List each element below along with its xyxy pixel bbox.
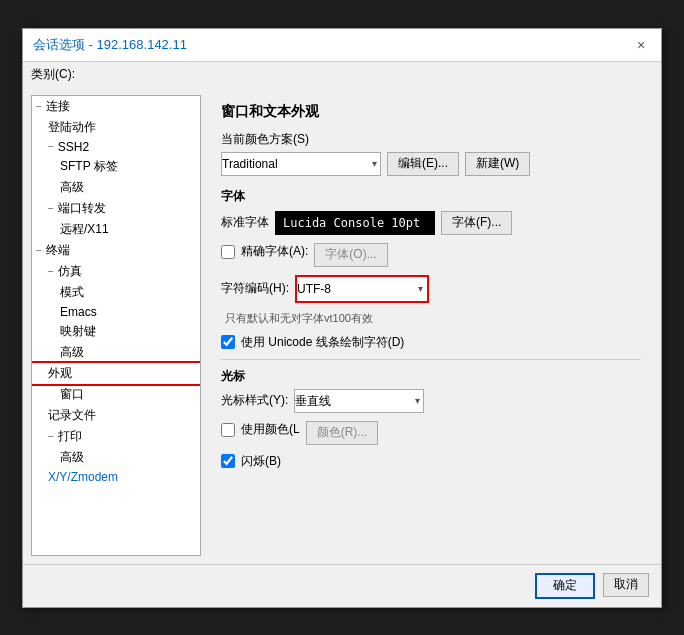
color-scheme-select[interactable]: Traditional Default Solarized Dark [221, 152, 381, 176]
dialog-body: − 连接 登陆动作 − SSH2 SFTP 标签 高级 − 端口转发 远程/X1… [23, 87, 661, 564]
expand-icon: − [48, 141, 54, 152]
tree-item-advanced3[interactable]: 高级 [32, 447, 200, 468]
tree-item-emulation[interactable]: − 仿真 [32, 261, 200, 282]
encoding-row: 字符编码(H): UTF-8 GBK GB2312 Big5 Latin-1 [221, 275, 641, 303]
tree-panel: − 连接 登陆动作 − SSH2 SFTP 标签 高级 − 端口转发 远程/X1… [31, 95, 201, 556]
tree-label: Emacs [60, 305, 97, 319]
content-panel: 窗口和文本外观 当前颜色方案(S) Traditional Default So… [209, 95, 653, 556]
category-label: 类别(C): [23, 62, 661, 83]
tree-item-xyz[interactable]: X/Y/Zmodem [32, 468, 200, 486]
tree-label: 窗口 [60, 386, 84, 403]
tree-item-window[interactable]: 窗口 [32, 384, 200, 405]
cursor-style-select-wrapper: 垂直线 块 下划线 [294, 389, 424, 413]
precise-font-row: 精确字体(A): 字体(O)... [221, 243, 641, 267]
cursor-section-label: 光标 [221, 368, 641, 385]
tree-item-logfile[interactable]: 记录文件 [32, 405, 200, 426]
expand-icon: − [48, 431, 54, 442]
divider [221, 359, 641, 360]
use-color-label: 使用颜色(L [241, 421, 300, 438]
color-scheme-select-wrapper: Traditional Default Solarized Dark [221, 152, 381, 176]
precise-font-button[interactable]: 字体(O)... [314, 243, 387, 267]
tree-label: 映射键 [60, 323, 96, 340]
tree-item-portfwd[interactable]: − 端口转发 [32, 198, 200, 219]
tree-item-sftp[interactable]: SFTP 标签 [32, 156, 200, 177]
font-section-label: 字体 [221, 188, 641, 205]
use-color-row: 使用颜色(L 颜色(R)... [221, 421, 641, 445]
expand-icon: − [36, 245, 42, 256]
cursor-style-row: 光标样式(Y): 垂直线 块 下划线 [221, 389, 641, 413]
tree-label: 外观 [48, 365, 72, 382]
cancel-button[interactable]: 取消 [603, 573, 649, 597]
precise-font-checkbox[interactable] [221, 245, 235, 259]
use-color-checkbox[interactable] [221, 423, 235, 437]
tree-label: SSH2 [58, 140, 89, 154]
precise-font-checkbox-row: 精确字体(A): [221, 243, 308, 260]
font-button[interactable]: 字体(F)... [441, 211, 512, 235]
tree-label: 连接 [46, 98, 70, 115]
tree-item-emacs[interactable]: Emacs [32, 303, 200, 321]
tree-item-print[interactable]: − 打印 [32, 426, 200, 447]
standard-font-row: 标准字体 Lucida Console 10pt 字体(F)... [221, 211, 641, 235]
tree-item-ssh2[interactable]: − SSH2 [32, 138, 200, 156]
expand-icon: − [48, 203, 54, 214]
precise-font-label: 精确字体(A): [241, 243, 308, 260]
new-button[interactable]: 新建(W) [465, 152, 530, 176]
cursor-style-select[interactable]: 垂直线 块 下划线 [294, 389, 424, 413]
edit-button[interactable]: 编辑(E)... [387, 152, 459, 176]
tree-label: 高级 [60, 344, 84, 361]
title-bar: 会话选项 - 192.168.142.11 × [23, 29, 661, 62]
dialog-window: 会话选项 - 192.168.142.11 × 类别(C): − 连接 登陆动作… [22, 28, 662, 608]
encoding-select[interactable]: UTF-8 GBK GB2312 Big5 Latin-1 [297, 277, 427, 301]
expand-icon: − [48, 266, 54, 277]
tree-label: 记录文件 [48, 407, 96, 424]
tree-label: 高级 [60, 449, 84, 466]
font-display: Lucida Console 10pt [275, 211, 435, 235]
tree-item-remote[interactable]: 远程/X11 [32, 219, 200, 240]
blink-checkbox-row: 闪烁(B) [221, 453, 641, 470]
encoding-select-wrapper: UTF-8 GBK GB2312 Big5 Latin-1 [295, 275, 429, 303]
tree-label: 登陆动作 [48, 119, 96, 136]
tree-label: X/Y/Zmodem [48, 470, 118, 484]
color-scheme-row: Traditional Default Solarized Dark 编辑(E)… [221, 152, 641, 176]
tree-item-keymap[interactable]: 映射键 [32, 321, 200, 342]
tree-label: 终端 [46, 242, 70, 259]
use-color-checkbox-row: 使用颜色(L [221, 421, 300, 438]
color-button[interactable]: 颜色(R)... [306, 421, 379, 445]
tree-label: 端口转发 [58, 200, 106, 217]
expand-icon: − [36, 101, 42, 112]
tree-item-mode[interactable]: 模式 [32, 282, 200, 303]
encoding-hint: 只有默认和无对字体vt100有效 [221, 311, 641, 326]
blink-label: 闪烁(B) [241, 453, 281, 470]
cursor-style-label: 光标样式(Y): [221, 392, 288, 409]
title-bar-text: 会话选项 - 192.168.142.11 [33, 36, 187, 54]
tree-item-connect[interactable]: − 连接 [32, 96, 200, 117]
tree-label: 打印 [58, 428, 82, 445]
ok-button[interactable]: 确定 [535, 573, 595, 599]
standard-font-label: 标准字体 [221, 214, 269, 231]
blink-checkbox[interactable] [221, 454, 235, 468]
tree-label: 高级 [60, 179, 84, 196]
encoding-label: 字符编码(H): [221, 280, 289, 297]
tree-label: 远程/X11 [60, 221, 109, 238]
dialog-footer: 确定 取消 [23, 564, 661, 607]
tree-label: 仿真 [58, 263, 82, 280]
tree-item-appearance[interactable]: 外观 [32, 363, 200, 384]
color-scheme-label: 当前颜色方案(S) [221, 131, 641, 148]
close-button[interactable]: × [631, 35, 651, 55]
unicode-checkbox-row: 使用 Unicode 线条绘制字符(D) [221, 334, 641, 351]
tree-item-advanced2[interactable]: 高级 [32, 342, 200, 363]
tree-item-login[interactable]: 登陆动作 [32, 117, 200, 138]
tree-label: 模式 [60, 284, 84, 301]
tree-item-terminal[interactable]: − 终端 [32, 240, 200, 261]
section-title: 窗口和文本外观 [221, 103, 641, 121]
unicode-checkbox[interactable] [221, 335, 235, 349]
tree-label: SFTP 标签 [60, 158, 118, 175]
tree-item-advanced[interactable]: 高级 [32, 177, 200, 198]
unicode-label: 使用 Unicode 线条绘制字符(D) [241, 334, 404, 351]
